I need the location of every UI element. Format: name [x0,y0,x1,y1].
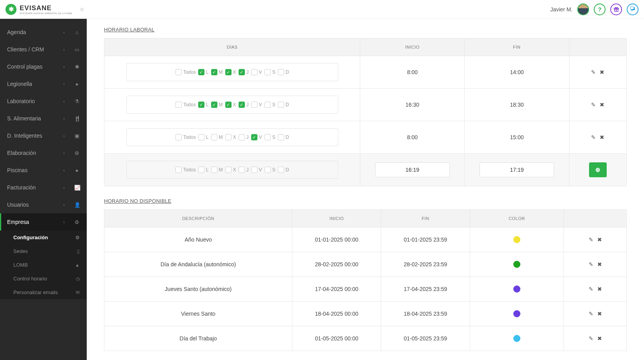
gears-icon: ⚙ [74,150,80,156]
add-button[interactable]: ⊕ [589,162,607,177]
chevron-left-icon: ‹ [63,151,65,155]
checkbox-todos[interactable] [175,69,182,75]
sidebar-sub-control-horario[interactable]: Control horario ◷ [0,272,87,285]
col-inicio: INICIO [360,38,465,56]
checkbox-m[interactable]: ✓ [211,102,217,108]
checkbox-todos[interactable] [175,134,182,140]
checkbox-s[interactable] [265,167,271,173]
delete-icon[interactable]: ✖ [597,286,602,292]
sidebar-sub-sedes[interactable]: Sedes ▯ [0,244,87,258]
checkbox-s[interactable] [265,69,271,75]
checkbox-j[interactable]: ✓ [239,69,245,75]
sidebar-sub-lomb[interactable]: LOMB ▲ [0,258,87,272]
chevron-left-icon: ‹ [63,47,65,52]
avatar[interactable] [577,4,589,15]
delete-icon[interactable]: ✖ [600,69,604,75]
color-dot [513,261,520,268]
chevron-left-icon: ‹ [63,99,65,104]
checkbox-j[interactable] [239,167,245,173]
delete-icon[interactable]: ✖ [600,102,604,108]
col-fin: FIN [465,38,569,56]
checkbox-todos[interactable] [175,102,182,108]
delete-icon[interactable]: ✖ [597,335,602,342]
sidebar-item-agenda[interactable]: Agenda ‹⌂ [0,24,87,41]
chevron-left-icon: ‹ [63,116,65,121]
checkbox-v[interactable] [251,102,257,108]
checkbox-s[interactable] [265,102,271,108]
sidebar-item-usuarios[interactable]: Usuarios ‹👤 [0,196,87,213]
sidebar-item-clientes[interactable]: Clientes / CRM ‹▭ [0,41,87,58]
checkbox-l[interactable]: ✓ [198,69,204,75]
edit-icon[interactable]: ✎ [591,102,596,108]
inicio-cell: 01-01-2025 00:00 [292,227,381,252]
checkbox-v[interactable] [251,167,257,173]
gear-icon: ⚙ [75,235,80,240]
help-button[interactable]: ? [594,4,606,15]
sidebar-item-label: D. Inteligentes [7,133,42,139]
color-dot [513,310,520,317]
edit-icon[interactable]: ✎ [591,134,596,140]
fin-cell: 17-04-2025 23:59 [381,277,470,302]
edit-icon[interactable]: ✎ [589,261,593,267]
sidebar-item-laboratorio[interactable]: Laboratorio ‹⚗ [0,93,87,110]
checkbox-d[interactable] [278,69,284,75]
sidebar-sub-configuracion[interactable]: Configuración ⚙ [0,231,87,244]
checkbox-m[interactable] [211,134,217,140]
edit-icon[interactable]: ✎ [589,311,593,317]
inicio-input[interactable] [375,162,450,177]
brand[interactable]: ✱ EVISANE SOFTWARE SANIDAD AMBIENTAL EN … [5,4,72,15]
delete-icon[interactable]: ✖ [597,311,602,317]
inicio-cell: 18-04-2025 00:00 [292,302,381,326]
sidebar-item-facturacion[interactable]: Facturación ‹📈 [0,179,87,196]
sidebar-sub-label: LOMB [13,262,28,268]
checkbox-m[interactable]: ✓ [211,69,217,75]
delete-icon[interactable]: ✖ [597,236,602,243]
edit-icon[interactable]: ✎ [589,286,593,292]
checkbox-j[interactable] [239,134,245,140]
sidebar-item-legionella[interactable]: Legionella ‹● [0,75,87,93]
checkbox-d[interactable] [278,134,284,140]
edit-icon[interactable]: ✎ [591,69,596,75]
collapse-sidebar-icon[interactable]: ⊙ [80,7,84,12]
checkbox-d[interactable] [278,167,284,173]
checkbox-v[interactable]: ✓ [251,134,257,140]
sidebar-item-label: S. Alimentaria [7,115,41,122]
checkbox-l[interactable] [198,167,204,173]
desc-cell: Día de Andalucía (autonómico) [104,252,292,277]
brand-logo-icon: ✱ [5,4,16,15]
checkbox-j[interactable]: ✓ [239,102,245,108]
checkbox-s[interactable] [265,134,271,140]
checkbox-x[interactable]: ✓ [225,102,232,108]
sidebar-item-empresa[interactable]: Empresa ‹⚙ [0,213,87,231]
fin-input[interactable] [480,162,554,177]
checkbox-d[interactable] [278,102,284,108]
sidebar-item-plagas[interactable]: Control plagas ‹✱ [0,58,87,75]
sidebar-sub-emails[interactable]: Personalizar emails ✉ [0,285,87,299]
flask-icon: ⚗ [74,98,80,104]
card-icon: ▭ [74,47,80,53]
delete-icon[interactable]: ✖ [600,134,604,140]
sidebar-sub-label: Control horario [13,276,47,282]
col-dias: DÍAS [104,38,360,56]
sidebar-item-label: Piscinas [7,167,27,173]
days-selector[interactable]: Todos L M X J V S D [126,161,338,179]
checkbox-todos[interactable] [175,167,182,173]
sidebar-item-inteligentes[interactable]: D. Inteligentes ‹▣ [0,127,87,144]
checkbox-x[interactable] [225,134,232,140]
edit-icon[interactable]: ✎ [589,236,593,243]
checkbox-x[interactable]: ✓ [225,69,232,75]
sidebar-item-alimentaria[interactable]: S. Alimentaria ‹🍴 [0,110,87,127]
checkbox-l[interactable]: ✓ [198,102,204,108]
sidebar-item-elaboracion[interactable]: Elaboración ‹⚙ [0,144,87,162]
checkbox-x[interactable] [225,167,232,173]
chevron-left-icon: ‹ [63,64,65,69]
sidebar-item-piscinas[interactable]: Piscinas ‹● [0,162,87,179]
chat-button[interactable] [627,4,639,15]
checkbox-v[interactable] [251,69,257,75]
edit-icon[interactable]: ✎ [589,335,593,342]
delete-icon[interactable]: ✖ [597,261,602,267]
brand-name: EVISANE [20,4,72,12]
checkbox-l[interactable] [198,134,204,140]
gift-button[interactable] [610,4,622,15]
checkbox-m[interactable] [211,167,217,173]
